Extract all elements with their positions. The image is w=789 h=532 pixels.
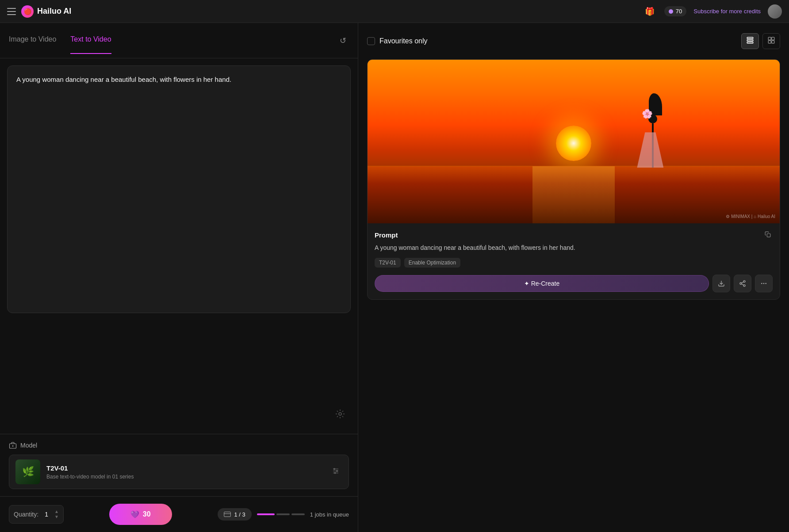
svg-point-22	[740, 283, 742, 284]
queue-icon	[224, 511, 231, 518]
queue-progress	[257, 513, 305, 515]
topnav-right: 🎁 70 Subscribe for more credits	[642, 4, 782, 19]
prompt-textarea[interactable]	[7, 65, 351, 313]
model-thumbnail: 🌿	[15, 459, 40, 484]
main-layout: Image to Video Text to Video ↺	[0, 23, 789, 532]
tabs-left: Image to Video Text to Video	[9, 27, 111, 54]
svg-point-0	[339, 413, 341, 415]
svg-rect-13	[747, 40, 753, 41]
favourites-label: Favourites only	[379, 37, 428, 45]
quantity-label: Quantity:	[14, 511, 38, 518]
quantity-arrows: ▲ ▼	[54, 509, 59, 519]
download-button[interactable]	[712, 275, 730, 292]
video-card: 🌸 ⚙ MINIMAX | ⌂ Hailuo AI Prompt	[367, 59, 780, 300]
right-header: Favourites only	[367, 30, 780, 52]
credits-badge: 70	[664, 6, 686, 16]
svg-rect-15	[768, 37, 771, 40]
svg-point-8	[337, 471, 338, 472]
gem-icon: 💜	[130, 510, 139, 519]
view-list-button[interactable]	[741, 33, 759, 49]
topnav-left: 🔴 Hailuo AI	[7, 5, 642, 18]
favourites-checkbox[interactable]	[367, 37, 375, 45]
view-grid-button[interactable]	[762, 33, 780, 49]
subscribe-link[interactable]: Subscribe for more credits	[693, 8, 761, 15]
svg-rect-14	[747, 42, 753, 43]
more-options-button[interactable]	[755, 275, 773, 292]
queue-bar-1	[257, 513, 275, 515]
watermark: ⚙ MINIMAX | ⌂ Hailuo AI	[726, 214, 775, 219]
svg-rect-10	[224, 512, 230, 517]
right-panel: Favourites only	[358, 23, 789, 532]
svg-point-7	[334, 468, 335, 470]
queue-position: 1 / 3	[234, 511, 245, 518]
water	[368, 166, 780, 224]
logo-text: Hailuo AI	[37, 7, 71, 16]
action-buttons: ✦ Re-Create	[375, 275, 773, 292]
water-reflection	[532, 166, 615, 224]
model-card[interactable]: 🌿 T2V-01 Base text-to-video model in 01 …	[9, 455, 349, 489]
textarea-container	[0, 58, 358, 434]
copy-prompt-button[interactable]	[763, 230, 773, 240]
tag-optimization: Enable Optimization	[404, 258, 460, 268]
queue-jobs-text: 1 jobs in queue	[310, 511, 349, 518]
sunset-scene: 🌸	[368, 60, 780, 223]
prompt-title: Prompt	[375, 231, 398, 239]
svg-rect-17	[768, 41, 771, 43]
model-name: T2V-01	[46, 464, 323, 472]
tag-model: T2V-01	[375, 258, 401, 268]
credits-amount: 70	[676, 8, 682, 15]
prompt-header: Prompt	[375, 230, 773, 240]
svg-line-25	[742, 282, 744, 283]
notifications-button[interactable]: 🎁	[642, 4, 657, 19]
generate-cost: 30	[143, 510, 151, 518]
model-section: Model 🌿 T2V-01 Base text-to-video model …	[0, 434, 358, 496]
figure-flowers: 🌸	[642, 108, 653, 119]
queue-bar-3	[291, 513, 305, 515]
recreate-button[interactable]: ✦ Re-Create	[375, 275, 709, 292]
model-label: Model	[9, 441, 349, 449]
quantity-down[interactable]: ▼	[54, 515, 59, 519]
video-thumbnail: 🌸 ⚙ MINIMAX | ⌂ Hailuo AI	[368, 60, 780, 223]
logo-icon: 🔴	[21, 5, 34, 18]
quantity-up[interactable]: ▲	[54, 509, 59, 514]
credits-dot	[669, 9, 673, 14]
queue-badge: 1 / 3	[218, 508, 252, 521]
svg-point-21	[743, 280, 745, 282]
svg-rect-18	[772, 41, 774, 43]
queue-bar-2	[276, 513, 290, 515]
svg-rect-12	[747, 37, 753, 38]
prompt-tags: T2V-01 Enable Optimization	[375, 258, 773, 268]
user-avatar[interactable]	[768, 4, 782, 19]
prompt-section: Prompt A young woman dancing near a beau…	[368, 223, 780, 299]
model-info: T2V-01 Base text-to-video model in 01 se…	[46, 464, 323, 480]
figure-silhouette: 🌸	[637, 79, 668, 168]
svg-point-26	[761, 283, 762, 284]
bottom-center: 💜 30	[109, 504, 172, 525]
model-settings-button[interactable]	[329, 464, 342, 479]
tab-image-to-video[interactable]: Image to Video	[9, 27, 56, 54]
queue-indicator: 1 / 3 1 jobs in queue	[218, 508, 349, 521]
share-button[interactable]	[734, 275, 751, 292]
enhance-icon[interactable]	[335, 409, 345, 421]
svg-rect-16	[772, 37, 774, 40]
video-prompt-text: A young woman dancing near a beautiful b…	[375, 243, 773, 253]
history-button[interactable]: ↺	[337, 33, 349, 48]
tabs-bar: Image to Video Text to Video ↺	[0, 23, 358, 58]
generate-button[interactable]: 💜 30	[109, 504, 172, 525]
svg-point-9	[334, 472, 336, 474]
bottom-bar: Quantity: 1 ▲ ▼ 💜 30	[0, 496, 358, 532]
model-description: Base text-to-video model in 01 series	[46, 474, 323, 480]
favourites-checkbox-label[interactable]: Favourites only	[367, 37, 428, 45]
quantity-selector[interactable]: Quantity: 1 ▲ ▼	[9, 505, 64, 524]
logo: 🔴 Hailuo AI	[21, 5, 71, 18]
quantity-value: 1	[42, 511, 51, 518]
topnav: 🔴 Hailuo AI 🎁 70 Subscribe for more cred…	[0, 0, 789, 23]
svg-point-28	[765, 283, 766, 284]
tab-text-to-video[interactable]: Text to Video	[70, 27, 111, 54]
model-thumb-inner: 🌿	[15, 459, 40, 484]
menu-button[interactable]	[7, 8, 16, 15]
model-icon	[9, 441, 17, 449]
svg-point-23	[743, 285, 745, 287]
left-panel: Image to Video Text to Video ↺	[0, 23, 358, 532]
svg-line-24	[742, 284, 744, 285]
